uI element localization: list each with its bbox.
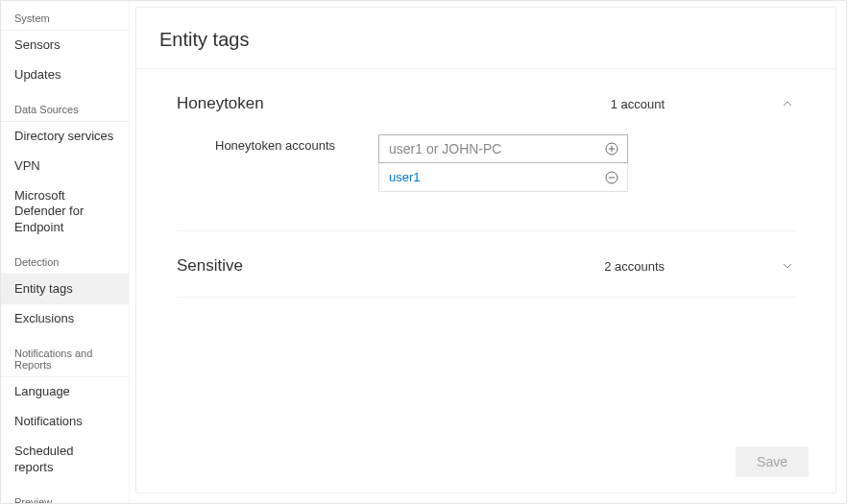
sidebar-group-system: System <box>1 5 129 31</box>
sidebar-item-mde[interactable]: Microsoft Defender for Endpoint <box>1 181 129 244</box>
section-header-honeytoken[interactable]: Honeytoken 1 account <box>177 69 795 134</box>
section-meta-sensitive: 2 accounts <box>604 259 665 274</box>
section-honeytoken: Honeytoken 1 account Honeytoken accounts <box>177 69 795 231</box>
sidebar-group-detection: Detection <box>1 249 129 275</box>
sidebar-item-notifications[interactable]: Notifications <box>1 407 129 437</box>
page-title: Entity tags <box>136 8 835 69</box>
section-meta-honeytoken: 1 account <box>611 97 665 111</box>
honeytoken-input[interactable] <box>389 141 604 156</box>
sidebar-item-language[interactable]: Language <box>1 377 129 407</box>
sidebar-group-preview: Preview <box>1 489 129 504</box>
honeytoken-add-row <box>378 134 628 163</box>
chevron-up-icon <box>780 98 795 109</box>
sidebar-item-entity-tags[interactable]: Entity tags <box>1 275 129 304</box>
sidebar-item-directory-services[interactable]: Directory services <box>1 122 129 152</box>
sidebar-item-exclusions[interactable]: Exclusions <box>1 304 129 334</box>
section-header-sensitive[interactable]: Sensitive 2 accounts <box>177 231 795 297</box>
sidebar-group-notifications: Notifications and Reports <box>1 340 129 377</box>
settings-sidebar: System Sensors Updates Data Sources Dire… <box>1 1 130 503</box>
remove-icon[interactable] <box>604 170 619 185</box>
section-title-honeytoken: Honeytoken <box>177 94 264 113</box>
sidebar-item-sensors[interactable]: Sensors <box>1 31 129 60</box>
save-button[interactable]: Save <box>736 446 809 477</box>
sidebar-item-updates[interactable]: Updates <box>1 60 129 90</box>
main-content: Entity tags Honeytoken 1 account Honeyto… <box>130 1 846 503</box>
sidebar-item-scheduled-reports[interactable]: Scheduled reports <box>1 437 129 483</box>
sidebar-item-vpn[interactable]: VPN <box>1 152 129 181</box>
honeytoken-account-row: user1 <box>378 163 628 192</box>
section-title-sensitive: Sensitive <box>177 256 243 276</box>
sidebar-group-data-sources: Data Sources <box>1 96 129 122</box>
add-icon[interactable] <box>604 141 619 156</box>
honeytoken-account-name[interactable]: user1 <box>389 170 604 184</box>
section-sensitive: Sensitive 2 accounts <box>177 231 795 298</box>
chevron-down-icon <box>780 260 795 272</box>
honeytoken-field-label: Honeytoken accounts <box>215 134 378 192</box>
